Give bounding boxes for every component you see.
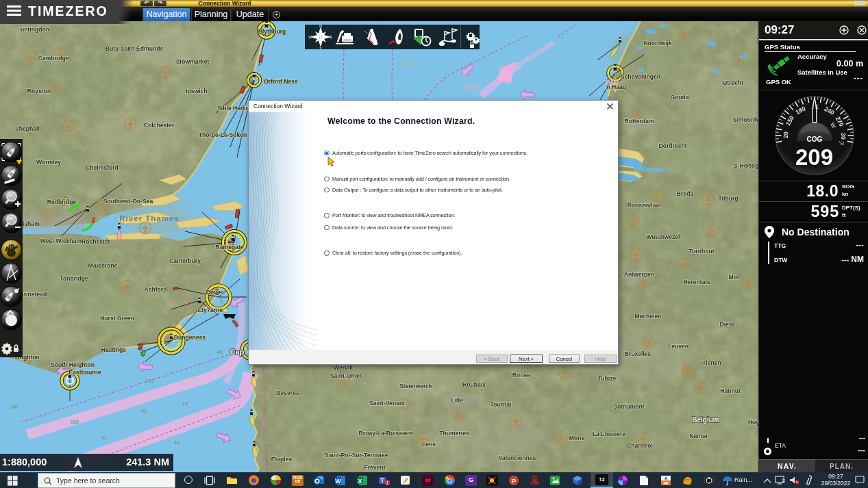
svg-text:P: P — [512, 477, 516, 484]
svg-text:Canterbury: Canterbury — [169, 257, 201, 264]
svg-text:A: A — [665, 476, 667, 480]
svg-text:n Haag: n Haag — [606, 84, 626, 90]
svg-text:Saint-Omer: Saint-Omer — [330, 372, 362, 379]
svg-text:NR: NR — [663, 481, 669, 485]
svg-text:Tilburg: Tilburg — [719, 195, 739, 202]
svg-text:65: 65 — [217, 349, 223, 355]
svg-text:31: 31 — [101, 435, 107, 441]
svg-text:Huy: Huy — [748, 419, 758, 426]
svg-text:Diest: Diest — [719, 321, 734, 328]
svg-text:20: 20 — [782, 131, 789, 138]
svg-text:Sotriamont: Sotriamont — [613, 403, 644, 410]
svg-text:La Louviere: La Louviere — [593, 431, 625, 437]
svg-text:Shephall: Shephall — [15, 125, 40, 132]
svg-text:Rotterdam: Rotterdam — [625, 118, 654, 125]
svg-text:Frévent: Frévent — [364, 464, 385, 471]
svg-text:Saint-Venant: Saint-Venant — [369, 400, 405, 407]
svg-text:DW: DW — [464, 82, 479, 92]
svg-text:Hurst Green: Hurst Green — [100, 315, 134, 322]
svg-text:Scheveningen: Scheveningen — [621, 73, 660, 80]
svg-text:91: 91 — [141, 408, 147, 414]
svg-text:Dordrecht: Dordrecht — [658, 142, 686, 149]
svg-text:Lens: Lens — [422, 441, 436, 448]
svg-text:Cap: Cap — [230, 348, 245, 356]
svg-text:W: W — [335, 477, 341, 484]
svg-text:32: 32 — [174, 439, 179, 446]
svg-text:untingdon: untingdon — [21, 26, 49, 33]
svg-text:Desvres: Desvres — [276, 389, 299, 396]
svg-text:30: 30 — [840, 133, 847, 140]
svg-text:Bruay-La-Buissiere: Bruay-La-Buissiere — [359, 430, 413, 437]
svg-text:Turnhout: Turnhout — [689, 248, 714, 255]
svg-text:E: E — [330, 35, 333, 39]
svg-text:111: 111 — [401, 60, 410, 66]
svg-text:Wuustwezel: Wuustwezel — [646, 233, 680, 240]
svg-text:Dover: Dover — [206, 289, 223, 296]
svg-text:Royston: Royston — [27, 88, 51, 94]
svg-text:X: X — [358, 477, 362, 484]
svg-text:Schoonh: Schoonh — [733, 116, 758, 123]
svg-text:Tonbridge: Tonbridge — [60, 275, 88, 282]
svg-text:Thumeries: Thumeries — [439, 430, 469, 437]
svg-text:River Thames: River Thames — [119, 214, 179, 222]
svg-text:1: 1 — [386, 480, 389, 485]
svg-text:101: 101 — [145, 378, 154, 384]
svg-text:Mol: Mol — [729, 274, 739, 281]
svg-text:Herentals: Herentals — [683, 279, 710, 285]
svg-text:Stowmarket: Stowmarket — [176, 58, 210, 65]
svg-text:Valenciennes: Valenciennes — [499, 454, 536, 461]
svg-text:Leuven: Leuven — [668, 343, 689, 350]
svg-text:Belgium: Belgium — [692, 416, 719, 424]
svg-text:Colchester: Colchester — [144, 122, 175, 129]
svg-text:Rochester: Rochester — [82, 238, 111, 245]
svg-text:West Wickham: West Wickham — [40, 237, 82, 244]
svg-text:Charleroi: Charleroi — [627, 442, 653, 449]
svg-text:T: T — [380, 477, 384, 484]
svg-text:Ramsgate: Ramsgate — [215, 244, 243, 251]
svg-text:Dungeness: Dungeness — [174, 334, 206, 341]
svg-text:Bury Saint Edmunds: Bury Saint Edmunds — [106, 45, 164, 52]
svg-text:COG: COG — [807, 136, 823, 143]
svg-text:Hannut: Hannut — [720, 387, 741, 394]
svg-text:Étaples: Étaples — [271, 456, 293, 463]
svg-text:Eastbourne: Eastbourne — [69, 369, 101, 376]
svg-text:Southend-On-Sea: Southend-On-Sea — [103, 198, 153, 205]
svg-text:Breda: Breda — [677, 190, 694, 197]
svg-text:Cambridge: Cambridge — [38, 55, 69, 62]
svg-text:Noordwijk: Noordwijk — [643, 40, 672, 47]
svg-text:Saint-Pol-Sur-Ternoise: Saint-Pol-Sur-Ternoise — [325, 452, 388, 459]
svg-text:Lty?arne: Lty?arne — [198, 307, 223, 313]
svg-text:Gouda: Gouda — [670, 94, 689, 101]
svg-text:Ipswich: Ipswich — [186, 88, 208, 94]
svg-text:103: 103 — [71, 419, 79, 425]
svg-text:Namur: Namur — [689, 433, 708, 439]
svg-text:Bruxelles: Bruxelles — [625, 350, 652, 357]
svg-text:Tienen: Tienen — [702, 359, 721, 366]
svg-text:Hastings: Hastings — [101, 346, 127, 353]
svg-text:Wormley: Wormley — [36, 159, 61, 166]
svg-text:Mons: Mons — [569, 435, 585, 441]
svg-text:147: 147 — [10, 404, 19, 410]
svg-text:Chelmsford: Chelmsford — [86, 164, 119, 171]
svg-text:N: N — [319, 25, 322, 28]
svg-text:Lille: Lille — [451, 397, 462, 404]
svg-text:Blythburg: Blythburg — [258, 28, 286, 35]
svg-text:Redbridge: Redbridge — [47, 198, 77, 205]
svg-text:Thorpe-Le-Soken: Thorpe-Le-Soken — [199, 131, 247, 138]
svg-text:Steenwerck: Steenwerck — [399, 383, 432, 389]
svg-text:Wervik: Wervik — [334, 364, 353, 371]
svg-text:South Heighton: South Heighton — [51, 361, 95, 368]
svg-text:Tubize: Tubize — [598, 375, 617, 382]
svg-text:S: S — [319, 47, 322, 50]
svg-text:Ronse: Ronse — [512, 372, 530, 378]
svg-text:Antwerpen: Antwerpen — [624, 271, 654, 278]
svg-text:Roosendaal: Roosendaal — [628, 202, 661, 209]
svg-text:19: 19 — [182, 400, 188, 407]
svg-text:W: W — [308, 35, 312, 39]
svg-text:'S-Hertog: 'S-Hertog — [732, 162, 758, 169]
svg-text:Tournai: Tournai — [491, 401, 512, 408]
svg-text:Ashford: Ashford — [145, 286, 167, 293]
svg-text:Orford Ness: Orford Ness — [264, 78, 298, 85]
svg-text:Utrecht: Utrecht — [723, 79, 743, 86]
svg-text:Maidstone: Maidstone — [88, 262, 118, 269]
